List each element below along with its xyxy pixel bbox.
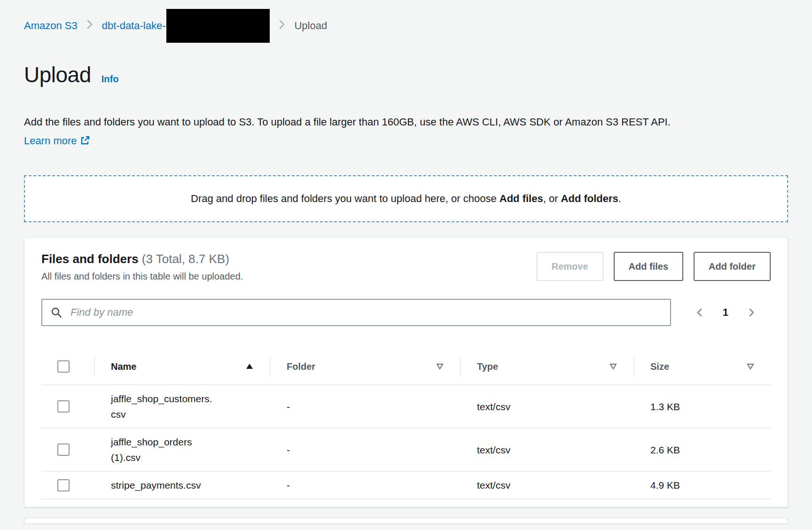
search-field [41, 299, 671, 326]
page-description: Add the files and folders you want to up… [24, 113, 738, 152]
page-number[interactable]: 1 [721, 311, 730, 314]
select-all-checkbox[interactable] [57, 360, 70, 373]
column-header-name[interactable]: Name [94, 348, 270, 385]
files-and-folders-panel: Files and folders (3 Total, 8.7 KB) All … [24, 237, 788, 507]
panel-actions: Remove Add files Add folder [537, 252, 771, 281]
file-size: 4.9 KB [633, 477, 771, 493]
chevron-left-icon [695, 307, 705, 318]
next-panel-top-edge [24, 518, 788, 523]
file-type: text/csv [460, 442, 633, 458]
panel-subtitle: All files and folders in this table will… [41, 271, 243, 282]
sort-down-icon [746, 363, 755, 370]
breadcrumb-current: Upload [294, 20, 327, 32]
title-row: Upload Info [24, 62, 788, 93]
sort-down-icon [436, 363, 444, 370]
remove-button[interactable]: Remove [537, 252, 603, 281]
breadcrumb-bucket[interactable]: dbt-data-lake- [102, 20, 166, 32]
s3-upload-page: Amazon S3 dbt-data-lake- Upload Upload I… [0, 0, 812, 530]
panel-titles: Files and folders (3 Total, 8.7 KB) All … [41, 252, 243, 282]
file-folder: - [270, 477, 460, 493]
file-name: jaffle_shop_orders (1).csv [94, 434, 233, 465]
file-folder: - [270, 399, 460, 414]
dropzone-text: Drag and drop files and folders you want… [191, 193, 621, 205]
search-input[interactable] [41, 299, 671, 326]
chevron-right-icon [278, 19, 286, 32]
table-row: jaffle_shop_orders (1).csv - text/csv 2.… [41, 429, 771, 472]
breadcrumb-amazon-s3[interactable]: Amazon S3 [24, 20, 78, 32]
file-size: 2.6 KB [633, 442, 771, 458]
file-name: jaffle_shop_customers.csv [94, 391, 233, 422]
table-row: jaffle_shop_customers.csv - text/csv 1.3… [41, 385, 771, 429]
sort-down-icon [609, 363, 617, 370]
page-title: Upload [24, 62, 91, 87]
file-size: 1.3 KB [633, 399, 771, 414]
row-checkbox[interactable] [57, 444, 70, 456]
add-folder-button[interactable]: Add folder [694, 252, 771, 281]
pagination: 1 [693, 305, 771, 320]
file-name: stripe_payments.csv [94, 477, 233, 493]
file-type: text/csv [460, 399, 633, 414]
breadcrumb: Amazon S3 dbt-data-lake- Upload [24, 0, 788, 52]
panel-title: Files and folders (3 Total, 8.7 KB) [41, 252, 243, 266]
learn-more-link[interactable]: Learn more [24, 135, 90, 147]
panel-count: (3 Total, 8.7 KB) [142, 252, 229, 266]
next-page-button[interactable] [744, 305, 758, 320]
chevron-right-icon [86, 19, 94, 32]
add-files-button[interactable]: Add files [614, 252, 683, 281]
description-text: Add the files and folders you want to up… [24, 116, 671, 128]
drag-drop-zone[interactable]: Drag and drop files and folders you want… [24, 175, 788, 222]
sort-ascending-icon [245, 363, 254, 370]
table-row: stripe_payments.csv - text/csv 4.9 KB [41, 472, 771, 499]
table-header-row: Name Folder Type Size [41, 348, 771, 385]
column-header-folder[interactable]: Folder [270, 348, 460, 385]
row-checkbox[interactable] [57, 400, 70, 413]
header-checkbox-cell [41, 360, 94, 373]
previous-page-button[interactable] [693, 305, 707, 320]
column-header-size[interactable]: Size [633, 348, 771, 385]
table-toolbar: 1 [41, 299, 771, 326]
row-checkbox[interactable] [57, 479, 70, 491]
redacted-bucket-name [166, 9, 270, 43]
column-header-type[interactable]: Type [460, 348, 633, 385]
search-icon [51, 307, 62, 318]
panel-header: Files and folders (3 Total, 8.7 KB) All … [41, 252, 771, 282]
files-table: Name Folder Type Size ja [41, 348, 771, 499]
chevron-right-icon [746, 307, 757, 318]
external-link-icon [80, 136, 90, 148]
file-folder: - [270, 442, 460, 458]
file-type: text/csv [460, 477, 633, 493]
info-link[interactable]: Info [102, 74, 119, 85]
